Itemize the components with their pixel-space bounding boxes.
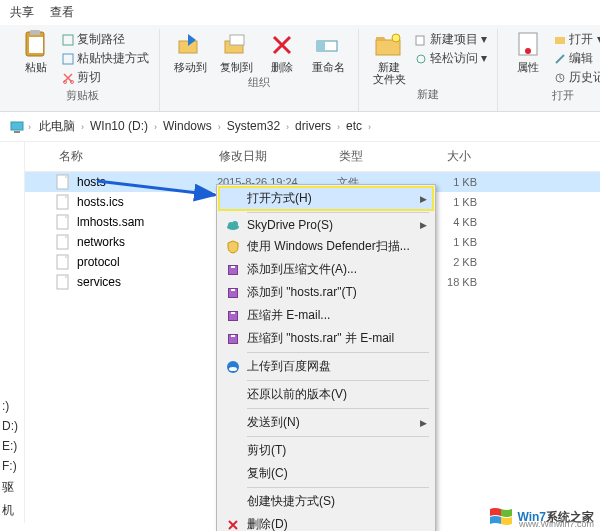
svg-point-52 [229,367,237,371]
history-button[interactable]: 历史记录 [554,69,600,86]
nav-item[interactable]: 机 [2,502,22,519]
ribbon-group-organize: 移动到 复制到 删除 重命名 组织 [160,29,359,111]
col-size[interactable]: 大小 [415,146,475,167]
newfolder-button[interactable]: 新建 文件夹 [369,29,409,85]
svg-rect-1 [30,30,40,35]
paste-shortcut-button[interactable]: 粘贴快捷方式 [62,50,149,67]
nav-item[interactable]: D:) [2,419,22,433]
context-menu-item[interactable]: 创建快捷方式(S) [219,490,433,513]
menu-item-icon [223,332,243,346]
group-label-new: 新建 [417,85,439,104]
group-label-organize: 组织 [248,73,270,92]
menu-item-label: 添加到压缩文件(A)... [243,261,427,278]
watermark: Win7系统之家 www.Winwin7.com [489,507,594,527]
file-icon [55,194,71,210]
moveto-button[interactable]: 移动到 [170,29,210,73]
context-menu-item[interactable]: 还原以前的版本(V) [219,383,433,406]
rename-icon [312,29,344,61]
group-label-open: 打开 [552,86,574,105]
breadcrumb-segment[interactable]: 此电脑 [35,117,79,135]
breadcrumb-segment[interactable]: etc [342,117,366,135]
menu-item-icon [223,263,243,277]
col-name[interactable]: 名称 [55,146,215,167]
nav-item[interactable]: 驱 [2,479,22,496]
svg-rect-11 [317,41,325,51]
menu-separator [247,408,429,409]
menu-item-label: 删除(D) [243,516,427,531]
menu-separator [247,352,429,353]
context-menu-item[interactable]: 发送到(N)▶ [219,411,433,434]
menu-separator [247,212,429,213]
nav-item[interactable]: E:) [2,439,22,453]
context-menu-item[interactable]: 剪切(T) [219,439,433,462]
file-name: services [77,275,217,289]
file-icon [55,234,71,250]
menu-item-label: 复制(C) [243,465,427,482]
col-date[interactable]: 修改日期 [215,146,335,167]
context-menu-item[interactable]: 打开方式(H)▶ [219,187,433,210]
edit-button[interactable]: 编辑 [554,50,600,67]
file-icon [55,174,71,190]
context-menu[interactable]: 打开方式(H)▶SkyDrive Pro(S)▶使用 Windows Defen… [216,184,436,531]
breadcrumb-segment[interactable]: System32 [223,117,284,135]
properties-button[interactable]: 属性 [508,29,548,73]
easyaccess-button[interactable]: 轻松访问 ▾ [415,50,487,67]
menu-item-icon [223,360,243,374]
menu-separator [247,380,429,381]
context-menu-item[interactable]: SkyDrive Pro(S)▶ [219,215,433,235]
context-menu-item[interactable]: 使用 Windows Defender扫描... [219,235,433,258]
menu-item-label: 剪切(T) [243,442,427,459]
ribbon-group-clipboard: 粘贴 复制路径 粘贴快捷方式 剪切 剪贴板 [6,29,160,111]
file-name: protocol [77,255,217,269]
delete-button[interactable]: 删除 [262,29,302,73]
menu-item-icon [223,519,243,531]
menu-item-icon [223,240,243,254]
menu-view[interactable]: 查看 [50,4,74,21]
file-name: lmhosts.sam [77,215,217,229]
breadcrumb[interactable]: › 此电脑›WIn10 (D:)›Windows›System32›driver… [0,112,600,142]
context-menu-item[interactable]: 压缩并 E-mail... [219,304,433,327]
menu-item-icon [223,286,243,300]
open-button[interactable]: 打开 ▾ [554,31,600,48]
ribbon-group-new: 新建 文件夹 新建项目 ▾ 轻松访问 ▾ 新建 [359,29,498,111]
copyto-icon [220,29,252,61]
file-icon [55,254,71,270]
context-menu-item[interactable]: 添加到 "hosts.rar"(T) [219,281,433,304]
context-menu-item[interactable]: 压缩到 "hosts.rar" 并 E-mail [219,327,433,350]
paste-button[interactable]: 粘贴 [16,29,56,73]
breadcrumb-segment[interactable]: drivers [291,117,335,135]
file-icon [55,274,71,290]
copy-path-button[interactable]: 复制路径 [62,31,149,48]
menu-item-label: 压缩到 "hosts.rar" 并 E-mail [243,330,427,347]
open-icon [554,34,566,46]
chevron-right-icon: ▶ [420,418,427,428]
nav-item[interactable]: F:) [2,459,22,473]
column-headers[interactable]: 名称 修改日期 类型 大小 [25,142,600,172]
nav-item[interactable]: :) [2,399,22,413]
context-menu-item[interactable]: 上传到百度网盘 [219,355,433,378]
menu-item-label: 压缩并 E-mail... [243,307,427,324]
chevron-right-icon: › [79,122,86,132]
breadcrumb-segment[interactable]: WIn10 (D:) [86,117,152,135]
scissors-icon [62,72,74,84]
newitem-button[interactable]: 新建项目 ▾ [415,31,487,48]
breadcrumb-segment[interactable]: Windows [159,117,216,135]
nav-pane[interactable]: :)D:)E:)F:)驱机 [0,142,25,523]
computer-icon [10,120,24,134]
col-type[interactable]: 类型 [335,146,415,167]
context-menu-item[interactable]: 添加到压缩文件(A)... [219,258,433,281]
menu-item-label: 发送到(N) [243,414,420,431]
ribbon-group-open: 属性 打开 ▾ 编辑 历史记录 打开 [498,29,600,111]
cut-button[interactable]: 剪切 [62,69,149,86]
svg-rect-28 [14,131,20,133]
copyto-button[interactable]: 复制到 [216,29,256,73]
rename-button[interactable]: 重命名 [308,29,348,73]
menubar: 共享 查看 [0,0,600,25]
context-menu-item[interactable]: 复制(C) [219,462,433,485]
chevron-right-icon: ▶ [420,220,427,230]
properties-icon [512,29,544,61]
edit-icon [554,53,566,65]
context-menu-item[interactable]: 删除(D) [219,513,433,531]
menu-share[interactable]: 共享 [10,4,34,21]
file-name: networks [77,235,217,249]
